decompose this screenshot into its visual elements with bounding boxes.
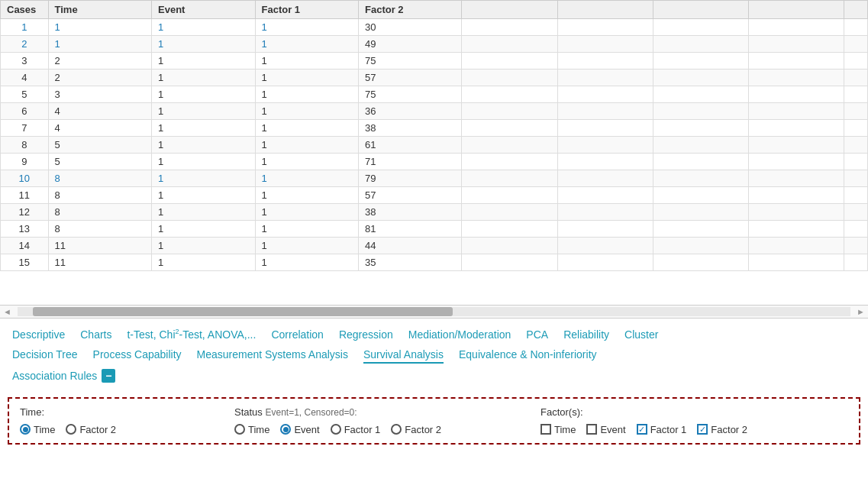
nav-row-1: Descriptive Charts t-Test, Chi2-Test, AN… bbox=[12, 326, 856, 342]
nav-item-mediation[interactable]: Mediation/Moderation bbox=[408, 327, 511, 342]
table-row: 14111144 bbox=[1, 238, 868, 254]
table-row: 1081179 bbox=[1, 170, 868, 187]
nav-item-charts[interactable]: Charts bbox=[80, 327, 111, 342]
nav-item-descriptive[interactable]: Descriptive bbox=[12, 327, 65, 342]
time-radio-time-label: Time bbox=[34, 424, 55, 435]
nav-item-pca[interactable]: PCA bbox=[526, 327, 548, 342]
nav-item-decision-tree[interactable]: Decision Tree bbox=[12, 347, 78, 362]
status-radio-factor2-circle bbox=[391, 424, 402, 435]
col-header-factor2: Factor 2 bbox=[358, 1, 461, 19]
col-header-e9 bbox=[748, 1, 844, 19]
table-row: 111130 bbox=[1, 19, 868, 36]
status-radio-factor1-label: Factor 1 bbox=[344, 424, 381, 435]
table-row: 421157 bbox=[1, 70, 868, 86]
factors-section-title: Factor(s): bbox=[540, 406, 770, 418]
status-radio-time[interactable]: Time bbox=[234, 424, 269, 435]
col-header-e10 bbox=[844, 1, 867, 19]
factor-check-factor2-box bbox=[697, 424, 708, 435]
nav-item-regression[interactable]: Regression bbox=[339, 327, 393, 342]
table-row: 741138 bbox=[1, 120, 868, 137]
nav-item-association-rules[interactable]: Association Rules bbox=[12, 368, 97, 383]
status-label: Status bbox=[234, 406, 263, 418]
table-row: 211149 bbox=[1, 36, 868, 53]
factor-check-factor2-label: Factor 2 bbox=[711, 424, 747, 435]
factor-check-factor2[interactable]: Factor 2 bbox=[697, 424, 747, 435]
table-row: 1381181 bbox=[1, 221, 868, 238]
factor-check-event-box bbox=[586, 424, 597, 435]
nav-row-2: Decision Tree Process Capability Measure… bbox=[12, 347, 856, 364]
status-radio-event-circle bbox=[280, 424, 291, 435]
table-row: 15111135 bbox=[1, 254, 868, 271]
status-radio-factor2[interactable]: Factor 2 bbox=[391, 424, 441, 435]
nav-item-ttest[interactable]: t-Test, Chi2-Test, ANOVA,... bbox=[127, 326, 256, 342]
bottom-panel-inner: Time: Time Factor 2 Status Event=1, Cens… bbox=[20, 406, 848, 435]
table-row: 1181157 bbox=[1, 187, 868, 204]
status-section: Status Event=1, Censored=0: Time Event F… bbox=[234, 406, 494, 435]
table-row: 641136 bbox=[1, 103, 868, 120]
status-radio-event[interactable]: Event bbox=[280, 424, 319, 435]
nav-row-3: Association Rules − bbox=[12, 368, 856, 383]
col-header-e7 bbox=[557, 1, 653, 19]
status-radio-factor1-circle bbox=[331, 424, 341, 435]
status-radio-time-circle bbox=[234, 424, 245, 435]
time-radio-factor2-circle bbox=[66, 424, 76, 435]
status-section-title: Status Event=1, Censored=0: bbox=[234, 406, 494, 418]
table-row: 951171 bbox=[1, 154, 868, 170]
data-table: Cases Time Event Factor 1 Factor 2 11113… bbox=[0, 0, 868, 271]
status-radio-factor2-label: Factor 2 bbox=[405, 424, 441, 435]
table-row: 851161 bbox=[1, 137, 868, 154]
factor-check-factor1[interactable]: Factor 1 bbox=[637, 424, 687, 435]
time-radio-time-circle bbox=[20, 424, 31, 435]
status-radio-time-label: Time bbox=[248, 424, 269, 435]
data-table-container[interactable]: Cases Time Event Factor 1 Factor 2 11113… bbox=[0, 0, 868, 306]
factor-check-factor1-box bbox=[637, 424, 647, 435]
scroll-left-btn[interactable]: ◄ bbox=[0, 307, 15, 316]
table-row: 531175 bbox=[1, 86, 868, 103]
factors-checkbox-group: Time Event Factor 1 Factor 2 bbox=[540, 424, 770, 435]
nav-item-correlation[interactable]: Correlation bbox=[271, 327, 323, 342]
nav-item-measurement[interactable]: Measurement Systems Analysis bbox=[197, 347, 348, 362]
col-header-factor1: Factor 1 bbox=[255, 1, 358, 19]
time-section: Time: Time Factor 2 bbox=[20, 406, 173, 435]
col-header-event: Event bbox=[152, 1, 255, 19]
nav-item-survival[interactable]: Survival Analysis bbox=[363, 347, 444, 364]
bottom-panel: Time: Time Factor 2 Status Event=1, Cens… bbox=[8, 397, 860, 445]
status-info: Event=1, Censored=0: bbox=[265, 407, 357, 418]
scroll-right-btn[interactable]: ► bbox=[853, 307, 868, 316]
table-row: 321175 bbox=[1, 53, 868, 70]
factor-check-event-label: Event bbox=[600, 424, 625, 435]
minus-button[interactable]: − bbox=[102, 369, 115, 383]
time-radio-factor2[interactable]: Factor 2 bbox=[66, 424, 116, 435]
time-radio-group: Time Factor 2 bbox=[20, 424, 173, 435]
col-header-e6 bbox=[462, 1, 557, 19]
col-header-cases: Cases bbox=[1, 1, 49, 19]
factor-check-event[interactable]: Event bbox=[586, 424, 625, 435]
hscrollbar-thumb[interactable] bbox=[33, 307, 453, 316]
status-radio-event-label: Event bbox=[294, 424, 319, 435]
nav-item-reliability[interactable]: Reliability bbox=[563, 327, 609, 342]
col-header-e8 bbox=[653, 1, 748, 19]
factor-check-time-box bbox=[540, 424, 551, 435]
time-section-title: Time: bbox=[20, 406, 173, 418]
factor-check-time-label: Time bbox=[554, 424, 576, 435]
status-radio-factor1[interactable]: Factor 1 bbox=[331, 424, 381, 435]
factor-check-factor1-label: Factor 1 bbox=[650, 424, 687, 435]
nav-item-process-capability[interactable]: Process Capability bbox=[93, 347, 182, 362]
factor-check-time[interactable]: Time bbox=[540, 424, 576, 435]
col-header-time: Time bbox=[48, 1, 151, 19]
table-row: 1281138 bbox=[1, 204, 868, 221]
nav-item-cluster[interactable]: Cluster bbox=[624, 327, 658, 342]
status-radio-group: Time Event Factor 1 Factor 2 bbox=[234, 424, 494, 435]
nav-area: Descriptive Charts t-Test, Chi2-Test, AN… bbox=[0, 319, 868, 393]
factors-section: Factor(s): Time Event Factor 1 Factor 2 bbox=[540, 406, 770, 435]
time-radio-time[interactable]: Time bbox=[20, 424, 55, 435]
nav-assoc-rules-group: Association Rules − bbox=[12, 368, 115, 383]
time-radio-factor2-label: Factor 2 bbox=[79, 424, 116, 435]
nav-item-equivalence[interactable]: Equivalence & Non-inferiority bbox=[459, 347, 597, 362]
hscrollbar-track[interactable] bbox=[18, 307, 850, 316]
